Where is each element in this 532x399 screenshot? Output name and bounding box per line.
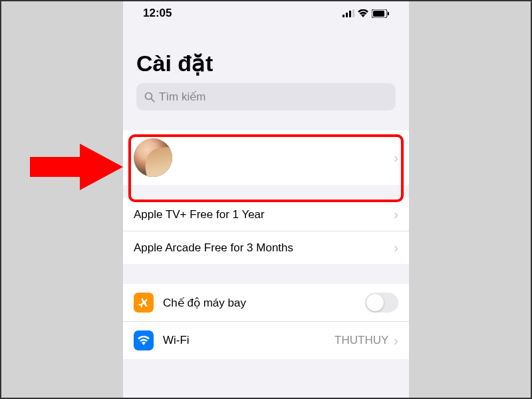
page-title: Cài đặt (136, 50, 396, 76)
wifi-settings-icon (134, 331, 154, 350)
airplane-mode-row[interactable]: Chế độ máy bay (123, 284, 409, 322)
phone-screen: 12:05 Cài đặt Tìm kiếm › Apple TV+ Free … (123, 0, 409, 399)
toggle-knob (366, 294, 384, 311)
svg-rect-3 (352, 9, 354, 17)
chevron-right-icon: › (394, 240, 398, 255)
wifi-row[interactable]: Wi-Fi THUTHUY › (123, 322, 409, 359)
svg-rect-5 (373, 11, 384, 17)
svg-rect-0 (342, 15, 344, 17)
list-item-label: Wi-Fi (163, 334, 334, 347)
svg-rect-1 (346, 13, 348, 17)
battery-icon (372, 9, 389, 18)
svg-rect-6 (388, 12, 389, 15)
general-section: Chế độ máy bay Wi-Fi THUTHUY › (123, 284, 409, 359)
search-icon (144, 92, 155, 102)
page-header: Cài đặt Tìm kiếm (123, 27, 409, 117)
signal-icon (342, 9, 354, 17)
list-item[interactable]: Apple TV+ Free for 1 Year › (123, 198, 409, 231)
list-item-label: Apple Arcade Free for 3 Months (134, 241, 394, 255)
profile-row[interactable]: › (123, 130, 409, 185)
airplane-icon (134, 293, 154, 313)
wifi-icon (358, 9, 368, 17)
airplane-toggle[interactable] (365, 293, 398, 313)
list-item-label: Chế độ máy bay (163, 296, 365, 310)
search-placeholder: Tìm kiếm (159, 90, 205, 104)
status-bar: 12:05 (123, 0, 409, 27)
search-input[interactable]: Tìm kiếm (136, 83, 396, 110)
status-time: 12:05 (143, 7, 172, 20)
promo-section: Apple TV+ Free for 1 Year › Apple Arcade… (123, 198, 409, 264)
avatar (134, 138, 172, 177)
chevron-right-icon: › (394, 207, 398, 222)
wifi-value: THUTHUY (334, 334, 388, 347)
chevron-right-icon: › (394, 333, 398, 348)
profile-section: › (123, 130, 409, 185)
annotation-arrow (30, 144, 123, 190)
status-indicators (342, 9, 389, 18)
svg-rect-2 (349, 11, 351, 17)
svg-line-8 (152, 98, 155, 102)
chevron-right-icon: › (394, 150, 398, 166)
list-item-label: Apple TV+ Free for 1 Year (134, 208, 394, 221)
list-item[interactable]: Apple Arcade Free for 3 Months › (123, 231, 409, 264)
